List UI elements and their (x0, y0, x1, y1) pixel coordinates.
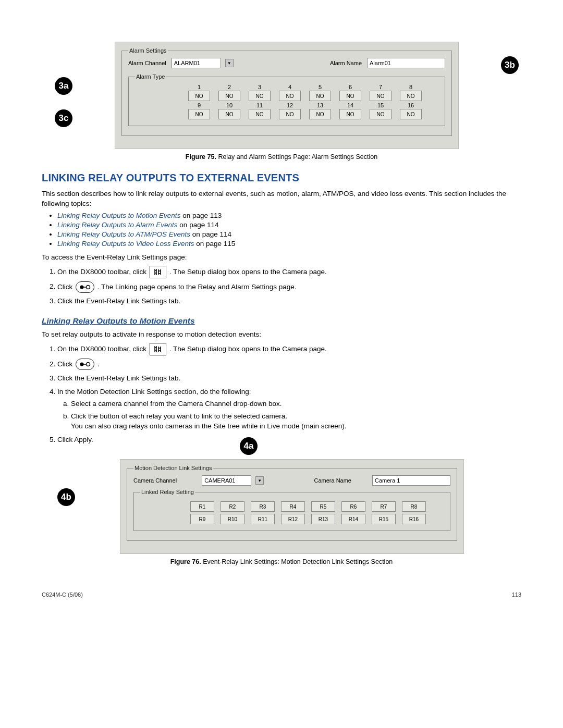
alarm-channel-value: ALARM01 (174, 60, 200, 66)
list-item: Linking Relay Outputs to Motion Events o… (57, 212, 521, 219)
relay-btn[interactable]: R5 (311, 501, 335, 512)
camera-channel-select[interactable]: CAMERA01 (202, 475, 251, 486)
xref-page: on page 113 (180, 212, 222, 219)
alarm-col-num: 4 (275, 84, 304, 90)
figure-76: 4a 4b Motion Detection Link Settings Cam… (120, 459, 464, 554)
alarm-type-btn[interactable]: NO (249, 109, 271, 119)
relay-btn[interactable]: R6 (341, 501, 365, 512)
relay-btn[interactable]: R3 (251, 501, 275, 512)
camera-channel-value: CAMERA01 (204, 477, 235, 484)
linking-icon (76, 359, 94, 370)
motion-intro: To set relay outputs to activate in resp… (42, 330, 521, 340)
figure-76-caption: Figure 76. Event-Relay Link Settings: Mo… (42, 558, 521, 565)
alarm-channel-select[interactable]: ALARM01 (172, 58, 221, 68)
step-text: On the DX8000 toolbar, click (57, 267, 149, 275)
step: Click the Event-Relay Link Settings tab. (57, 296, 521, 306)
setup-icon (150, 343, 166, 355)
dropdown-arrow-icon[interactable]: ▼ (255, 476, 264, 485)
relay-btn[interactable]: R15 (372, 514, 396, 524)
callout-3c: 3c (55, 109, 72, 127)
alarm-col-num: 14 (336, 102, 365, 108)
alarm-col-num: 6 (336, 84, 365, 90)
alarm-type-btn[interactable]: NO (249, 91, 271, 101)
alarm-settings-legend: Alarm Settings (128, 47, 168, 54)
step: Click . The Linking page opens to the Re… (57, 281, 521, 293)
alarm-type-btn[interactable]: NO (370, 91, 391, 101)
alarm-type-btn[interactable]: NO (370, 109, 391, 119)
alarm-type-btn[interactable]: NO (339, 109, 361, 119)
alarm-col-num: 5 (305, 84, 335, 90)
alarm-type-group: Alarm Type 1NO 2NO 3NO 4NO 5NO 6NO 7NO 8… (128, 73, 445, 126)
substep: Click the button of each relay you want … (71, 411, 521, 431)
setup-icon (150, 266, 166, 278)
subsection-heading: Linking Relay Outputs to Motion Events (42, 316, 521, 326)
alarm-type-btn[interactable]: NO (400, 91, 422, 101)
relay-btn[interactable]: R14 (341, 514, 365, 524)
alarm-col-num: 10 (215, 102, 244, 108)
step-text: Click (57, 360, 75, 368)
alarm-type-btn[interactable]: NO (279, 91, 301, 101)
alarm-name-value: Alarm01 (370, 60, 391, 66)
alarm-type-btn[interactable]: NO (339, 91, 361, 101)
motion-link-group: Motion Detection Link Settings Camera Ch… (127, 465, 457, 541)
alarm-col-num: 13 (305, 102, 335, 108)
figure-label: Figure 75. (186, 153, 216, 161)
footer-left: C624M-C (5/06) (42, 591, 83, 598)
step-text: In the Motion Detection Link Settings se… (57, 388, 251, 396)
alarm-type-btn[interactable]: NO (309, 91, 331, 101)
relay-btn[interactable]: R9 (190, 514, 214, 524)
substep: Select a camera channel from the Camera … (71, 399, 521, 409)
xref-link[interactable]: Linking Relay Outputs to Motion Events (57, 212, 180, 219)
alarm-type-legend: Alarm Type (135, 73, 166, 80)
motion-link-legend: Motion Detection Link Settings (133, 465, 213, 471)
alarm-col-num: 16 (396, 102, 425, 108)
step-text: . (97, 360, 100, 368)
alarm-type-btn[interactable]: NO (218, 91, 240, 101)
svg-point-1 (87, 285, 90, 289)
relay-btn[interactable]: R11 (251, 514, 275, 524)
page-footer: C624M-C (5/06) 113 (42, 591, 521, 598)
step-text: Click (57, 282, 75, 290)
alarm-name-input[interactable]: Alarm01 (367, 58, 445, 68)
list-item: Linking Relay Outputs to ATM/POS Events … (57, 230, 521, 238)
relay-btn[interactable]: R2 (221, 501, 244, 512)
xref-link[interactable]: Linking Relay Outputs to Video Loss Even… (57, 240, 194, 248)
alarm-type-btn[interactable]: NO (400, 109, 422, 119)
relay-btn[interactable]: R10 (221, 514, 244, 524)
alarm-name-label: Alarm Name (330, 60, 362, 66)
relay-btn[interactable]: R1 (190, 501, 214, 512)
linked-relay-group: Linked Relay Setting R1 R2 R3 R4 R5 R6 R… (133, 489, 450, 531)
alarm-type-btn[interactable]: NO (218, 109, 240, 119)
step: On the DX8000 toolbar, click . The Setup… (57, 343, 521, 355)
camera-name-input[interactable]: Camera 1 (372, 475, 450, 486)
alarm-col-num: 12 (275, 102, 304, 108)
relay-btn[interactable]: R12 (281, 514, 305, 524)
relay-btn[interactable]: R16 (402, 514, 426, 524)
figure-text: Event-Relay Link Settings: Motion Detect… (203, 558, 393, 565)
alarm-col-num: 2 (215, 84, 244, 90)
relay-btn[interactable]: R4 (281, 501, 305, 512)
xref-link[interactable]: Linking Relay Outputs to Alarm Events (57, 221, 178, 229)
alarm-col-num: 7 (366, 84, 395, 90)
alarm-channel-label: Alarm Channel (128, 60, 166, 66)
dropdown-arrow-icon[interactable]: ▼ (225, 59, 234, 67)
list-item: Linking Relay Outputs to Alarm Events on… (57, 221, 521, 229)
motion-steps: On the DX8000 toolbar, click . The Setup… (57, 343, 521, 445)
step: On the DX8000 toolbar, click . The Setup… (57, 266, 521, 278)
access-intro: To access the Event-Relay Link Settings … (42, 253, 521, 263)
xref-link[interactable]: Linking Relay Outputs to ATM/POS Events (57, 230, 190, 238)
topic-list: Linking Relay Outputs to Motion Events o… (57, 212, 521, 248)
step-text: On the DX8000 toolbar, click (57, 345, 149, 353)
callout-4a: 4a (240, 437, 258, 455)
alarm-type-btn[interactable]: NO (188, 91, 210, 101)
alarm-type-btn[interactable]: NO (279, 109, 301, 119)
alarm-type-btn[interactable]: NO (188, 109, 210, 119)
relay-btn[interactable]: R7 (372, 501, 396, 512)
alarm-type-btn[interactable]: NO (309, 109, 331, 119)
step: Click Apply. (57, 435, 521, 445)
relay-btn[interactable]: R8 (402, 501, 426, 512)
relay-btn[interactable]: R13 (311, 514, 335, 524)
alarm-col-num: 15 (366, 102, 395, 108)
xref-page: on page 114 (178, 221, 219, 229)
alarm-col-num: 1 (185, 84, 214, 90)
